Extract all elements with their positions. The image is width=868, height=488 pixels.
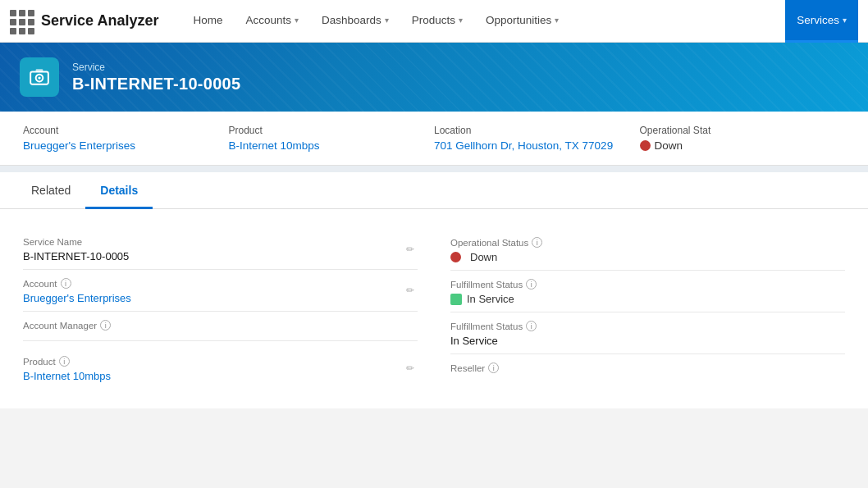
svg-point-2 [38,76,40,79]
summary-op-status-value: Down [640,139,826,152]
status-dot-red [450,252,461,262]
nav-accounts[interactable]: Accounts ▾ [234,0,310,43]
nav-items: Home Accounts ▾ Dashboards ▾ Products ▾ … [181,0,858,43]
svg-rect-3 [36,69,43,71]
tab-details[interactable]: Details [85,172,153,209]
info-icon: i [526,321,537,331]
service-name-value: B-INTERNET-10-0005 [23,250,418,262]
service-icon-svg [29,66,50,88]
product-value[interactable]: B-Internet 10mbps [23,370,418,382]
chevron-down-icon: ▾ [295,16,299,25]
account-link[interactable]: Bruegger's Enterprises [23,139,135,152]
op-status-value: Down [450,251,845,263]
nav-home[interactable]: Home [181,0,234,43]
edit-icon[interactable]: ✏ [406,285,414,296]
field-account-manager: Account Manager i [23,312,418,341]
field-service-name: Service Name B-INTERNET-10-0005 ✏ [23,229,418,270]
info-icon: i [526,279,537,290]
info-icon: i [61,278,71,289]
hero-record-name: B-INTERNET-10-0005 [72,75,240,93]
field-reseller: Reseller i [450,354,845,383]
section-divider [0,166,868,172]
summary-operational-status: Operational Stat Down [640,125,846,152]
op-status-label: Operational Status i [450,237,845,248]
tabs-bar: Related Details [0,172,868,209]
edit-icon[interactable]: ✏ [406,244,414,255]
summary-product-label: Product [229,125,415,136]
location-link[interactable]: 701 Gellhorn Dr, Houston, TX 77029 [434,139,613,152]
green-square-icon [450,294,462,305]
summary-product-value: B-Internet 10mbps [229,139,415,152]
summary-location-label: Location [434,125,620,136]
status-dot-red [640,140,651,151]
summary-account-value: Bruegger's Enterprises [23,139,209,152]
chevron-down-icon: ▾ [555,16,559,25]
op-status-text: Down [655,139,683,152]
account-manager-label: Account Manager i [23,320,418,331]
product-label: Product i [23,356,418,367]
info-icon: i [100,320,111,331]
summary-location-value: 701 Gellhorn Dr, Houston, TX 77029 [434,139,620,152]
fulfillment-status-2-label: Fulfillment Status i [450,321,845,331]
app-launcher-icon[interactable] [10,10,33,33]
field-account: Account i Bruegger's Enterprises ✏ [23,270,418,312]
summary-op-status-label: Operational Stat [640,125,826,136]
info-icon: i [488,363,499,373]
hero-text: Service B-INTERNET-10-0005 [72,62,240,93]
field-fulfillment-status-1: Fulfillment Status i In Service [450,271,845,312]
info-icon: i [59,356,70,367]
chevron-down-icon: ▾ [459,16,463,25]
field-operational-status: Operational Status i Down [450,229,845,271]
summary-account-label: Account [23,125,209,136]
nav-dashboards[interactable]: Dashboards ▾ [310,0,400,43]
summary-location: Location 701 Gellhorn Dr, Houston, TX 77… [434,125,640,152]
tab-related[interactable]: Related [16,172,85,209]
edit-icon[interactable]: ✏ [406,363,414,374]
account-label: Account i [23,278,418,289]
product-link[interactable]: B-Internet 10mbps [229,139,320,152]
service-icon [20,57,59,97]
service-name-label: Service Name [23,237,418,247]
summary-row: Account Bruegger's Enterprises Product B… [0,112,868,166]
detail-left-column: Service Name B-INTERNET-10-0005 ✏ Accoun… [23,229,418,389]
nav-products[interactable]: Products ▾ [400,0,474,43]
info-icon: i [532,237,542,248]
detail-right-column: Operational Status i Down Fulfillment St… [450,229,845,389]
record-hero: Service B-INTERNET-10-0005 [0,43,868,112]
detail-content: Service Name B-INTERNET-10-0005 ✏ Accoun… [0,209,868,408]
fulfillment-status-1-label: Fulfillment Status i [450,279,845,290]
hero-object-type: Service [72,62,240,73]
reseller-label: Reseller i [450,363,845,373]
nav-services[interactable]: Services ▾ [785,0,858,43]
field-product: Product i B-Internet 10mbps ✏ [23,348,418,389]
app-title: Service Analyzer [41,12,158,30]
top-navigation: Service Analyzer Home Accounts ▾ Dashboa… [0,0,868,43]
nav-opportunities[interactable]: Opportunities ▾ [474,0,570,43]
field-fulfillment-status-2: Fulfillment Status i In Service [450,312,845,354]
account-value[interactable]: Bruegger's Enterprises [23,292,418,304]
fulfillment-status-2-value: In Service [450,335,845,347]
chevron-down-icon: ▾ [843,16,847,25]
summary-account: Account Bruegger's Enterprises [23,125,229,152]
summary-product: Product B-Internet 10mbps [229,125,435,152]
fulfillment-status-1-value: In Service [450,293,845,305]
chevron-down-icon: ▾ [385,16,389,25]
